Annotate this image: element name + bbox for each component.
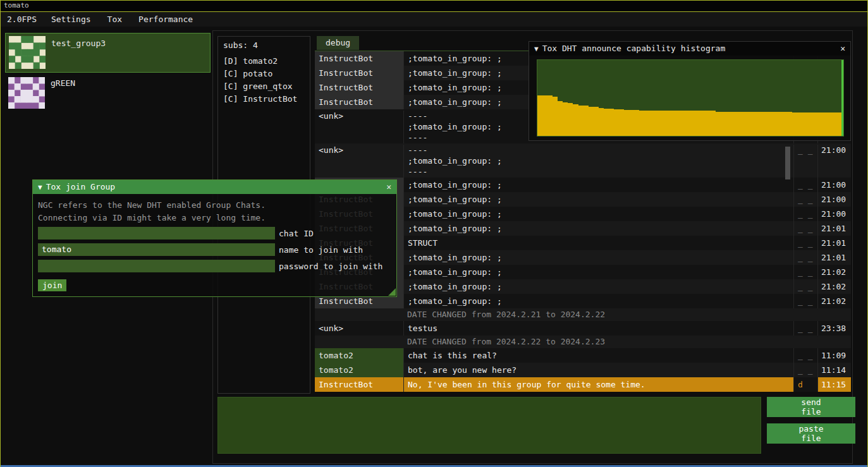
menu-item-performance[interactable]: Performance <box>130 12 201 27</box>
scrollbar-thumb[interactable] <box>785 147 790 179</box>
send-file-button[interactable]: send file <box>767 397 855 417</box>
histogram-bar <box>542 95 547 136</box>
message-flags: _ _ <box>793 192 817 207</box>
tab-debug[interactable]: debug <box>317 36 359 50</box>
message-text: ----;tomato_in_group: ;---- <box>404 145 793 178</box>
message-flags: _ _ <box>793 221 817 236</box>
message-sender: tomato2 <box>315 363 404 377</box>
chat-message-row[interactable]: tomato2chat is this real?_ _11:09 <box>315 348 851 363</box>
message-text: ;tomato_in_group: ; <box>404 207 793 221</box>
collapse-icon[interactable]: ▼ <box>38 183 42 191</box>
message-flags: _ _ <box>793 178 817 192</box>
join-button[interactable]: join <box>38 279 66 291</box>
message-sender: InstructBot <box>315 66 404 80</box>
join-window-body: NGC refers to the New DHT enabled Group … <box>33 194 396 296</box>
chat-message-row[interactable]: tomato2bot, are you new here?_ _11:14 <box>315 363 851 377</box>
histogram-bar <box>747 112 752 136</box>
chat-message-row[interactable]: InstructBotNo, I've been in this group f… <box>315 377 851 392</box>
member-list-item[interactable]: [C] InstructBot <box>223 93 310 106</box>
histogram-bar <box>634 110 639 136</box>
date-changed-row: DATE CHANGED from 2024.2.22 to 2024.2.23 <box>315 336 851 348</box>
join-field-label: password to join with <box>279 262 382 271</box>
message-text: ;tomato_in_group: ; <box>404 178 793 192</box>
menu-item-tox[interactable]: Tox <box>99 12 130 27</box>
message-input[interactable] <box>217 397 761 454</box>
message-timestamp: 21:01 <box>817 236 851 250</box>
message-flags: _ _ <box>793 279 817 294</box>
join-field-label: chat ID <box>279 229 314 238</box>
message-flags: _ _ <box>793 236 817 250</box>
histogram-bar <box>782 112 787 136</box>
join-field-row: tomatoname to join with <box>38 243 391 260</box>
close-icon[interactable]: ✕ <box>381 180 396 194</box>
member-list-item[interactable]: [C] potato <box>223 68 310 80</box>
message-timestamp: 21:02 <box>817 265 851 279</box>
message-timestamp: 21:01 <box>817 221 851 236</box>
chat-message-row[interactable]: <unk>----;tomato_in_group: ;----_ _21:00 <box>315 143 851 178</box>
histogram-bar <box>670 111 675 136</box>
window-title: tomato <box>4 1 29 9</box>
histogram-bar <box>558 101 563 136</box>
resize-grip[interactable] <box>388 288 396 296</box>
paste-file-label-line2: file <box>767 434 855 443</box>
chat-message-row[interactable]: <unk>testus_ _23:38 <box>315 321 851 336</box>
join-window-titlebar[interactable]: ▼Tox join Group ✕ <box>33 180 396 194</box>
message-text-line: ---- <box>408 166 793 177</box>
subs-header: subs: 4 <box>218 37 310 55</box>
histogram-bar <box>553 97 558 136</box>
menu-bar: 2.0FPS SettingsToxPerformance <box>1 12 867 27</box>
histogram-bar <box>604 109 609 136</box>
join-field-row: chat ID <box>38 227 391 243</box>
date-changed-text: DATE CHANGED from 2024.2.22 to 2024.2.23 <box>315 336 605 348</box>
histogram-bar <box>706 111 711 136</box>
message-text: chat is this real? <box>404 348 793 363</box>
app-window: tomato 2.0FPS SettingsToxPerformance tes… <box>0 0 868 467</box>
sidebar-item-test_group3[interactable]: test_group3 <box>5 33 211 73</box>
date-changed-row: DATE CHANGED from 2024.2.21 to 2024.2.22 <box>315 308 851 321</box>
message-text: ;tomato_in_group: ; <box>404 250 793 265</box>
histogram-bar <box>736 112 741 136</box>
message-timestamp: 21:01 <box>817 250 851 265</box>
message-sender: InstructBot <box>315 377 404 392</box>
collapse-icon[interactable]: ▼ <box>534 45 539 53</box>
join-info-line: Connecting via ID might take a very long… <box>38 212 391 224</box>
message-text: bot, are you new here? <box>404 363 793 377</box>
join-name-input[interactable]: tomato <box>38 243 275 256</box>
os-titlebar[interactable]: tomato <box>1 1 867 12</box>
histogram-bar <box>547 95 553 136</box>
member-list-item[interactable]: [D] tomato2 <box>223 55 310 68</box>
sidebar-item-gREEN[interactable]: gREEN <box>5 75 209 113</box>
join-field-label: name to join with <box>279 245 363 255</box>
message-timestamp: 21:00 <box>817 145 851 178</box>
paste-file-button[interactable]: paste file <box>767 423 855 444</box>
join-info-line: NGC refers to the New DHT enabled Group … <box>38 199 391 212</box>
message-timestamp: 11:14 <box>817 363 851 377</box>
histogram-window-title: Tox DHT announce capability histogram <box>542 44 726 53</box>
histogram-bar <box>802 112 807 136</box>
histogram-bar <box>757 112 762 136</box>
histogram-bar <box>752 112 757 136</box>
histogram-bar <box>578 106 584 136</box>
group-name: test_group3 <box>51 39 106 48</box>
join-password-input[interactable] <box>38 260 275 272</box>
message-timestamp: 21:00 <box>817 207 851 221</box>
plot-cursor-line <box>841 60 843 136</box>
member-list-item[interactable]: [C] green_qtox <box>223 80 310 93</box>
histogram-window-titlebar[interactable]: ▼Tox DHT announce capability histogram ✕ <box>529 42 850 56</box>
message-sender: <unk> <box>315 111 404 143</box>
histogram-bar <box>624 110 629 136</box>
chat-id-input[interactable] <box>38 227 275 240</box>
menu-item-settings[interactable]: Settings <box>43 12 99 27</box>
message-timestamp: 11:15 <box>817 377 851 392</box>
histogram-bar <box>828 112 833 136</box>
menu-items: SettingsToxPerformance <box>43 12 201 27</box>
histogram-bar <box>695 111 700 136</box>
join-window-title: Tox join Group <box>46 182 116 191</box>
message-sender: <unk> <box>315 145 404 178</box>
message-text: STRUCT <box>404 236 793 250</box>
send-file-label-line2: file <box>767 407 855 416</box>
histogram-bar <box>711 111 716 136</box>
histogram-bar <box>680 111 685 136</box>
close-icon[interactable]: ✕ <box>835 42 850 56</box>
message-text: testus <box>404 321 793 336</box>
